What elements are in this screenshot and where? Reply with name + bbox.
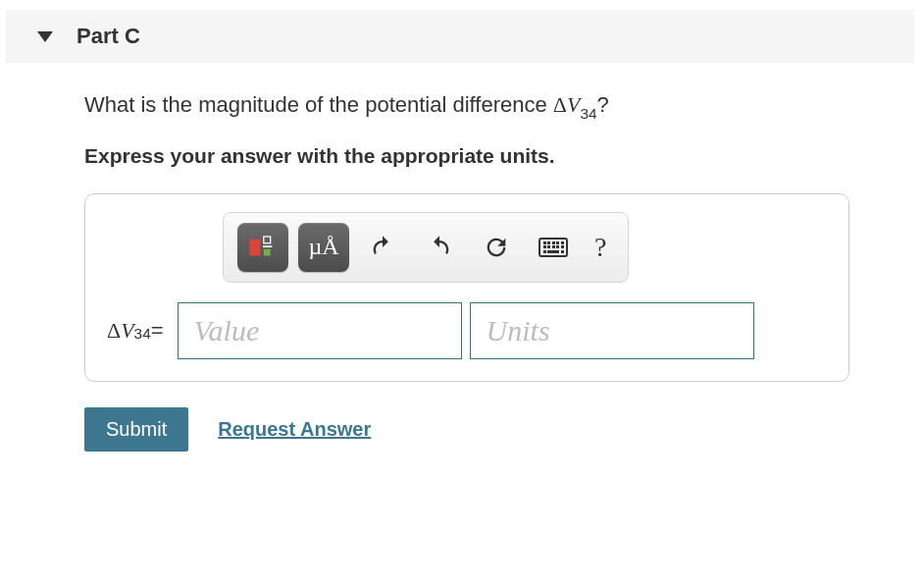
- template-fraction-button[interactable]: [237, 223, 288, 272]
- undo-button[interactable]: [359, 224, 406, 271]
- collapse-triangle-icon: [37, 31, 53, 42]
- label-equals: =: [151, 318, 164, 344]
- v-symbol: V: [567, 92, 580, 117]
- redo-icon: [426, 234, 453, 261]
- keyboard-button[interactable]: [530, 224, 577, 271]
- svg-rect-3: [264, 249, 271, 256]
- reset-button[interactable]: [473, 224, 520, 271]
- equation-toolbar: µÅ: [223, 212, 629, 283]
- keyboard-icon: [539, 238, 568, 257]
- mu-angstrom-label: µÅ: [308, 234, 338, 260]
- svg-rect-2: [263, 245, 272, 247]
- svg-rect-0: [249, 239, 260, 255]
- instruction-text: Express your answer with the appropriate…: [84, 144, 849, 168]
- help-button[interactable]: ?: [587, 232, 614, 263]
- label-subscript: 34: [134, 325, 151, 343]
- svg-rect-1: [264, 237, 271, 243]
- submit-button[interactable]: Submit: [84, 407, 188, 452]
- answer-box: µÅ: [84, 193, 849, 382]
- input-row: ΔV34 =: [107, 302, 827, 359]
- delta-symbol: Δ: [553, 92, 567, 117]
- redo-button[interactable]: [416, 224, 463, 271]
- question-text: What is the magnitude of the potential d…: [84, 90, 849, 123]
- question-suffix: ?: [597, 92, 609, 117]
- v-subscript: 34: [580, 105, 596, 122]
- content-area: What is the magnitude of the potential d…: [6, 90, 849, 452]
- label-delta: Δ: [107, 318, 121, 344]
- value-input[interactable]: [178, 302, 462, 359]
- question-prefix: What is the magnitude of the potential d…: [84, 92, 553, 117]
- units-symbol-button[interactable]: µÅ: [298, 223, 349, 272]
- variable-label: ΔV34 =: [107, 318, 170, 344]
- reset-icon: [483, 234, 510, 261]
- fraction-template-icon: [246, 234, 280, 261]
- label-v: V: [121, 318, 133, 344]
- part-title: Part C: [77, 24, 140, 49]
- units-input[interactable]: [470, 302, 754, 359]
- undo-icon: [369, 234, 396, 261]
- actions-row: Submit Request Answer: [84, 407, 849, 452]
- request-answer-link[interactable]: Request Answer: [218, 418, 371, 441]
- part-header[interactable]: Part C: [6, 10, 914, 63]
